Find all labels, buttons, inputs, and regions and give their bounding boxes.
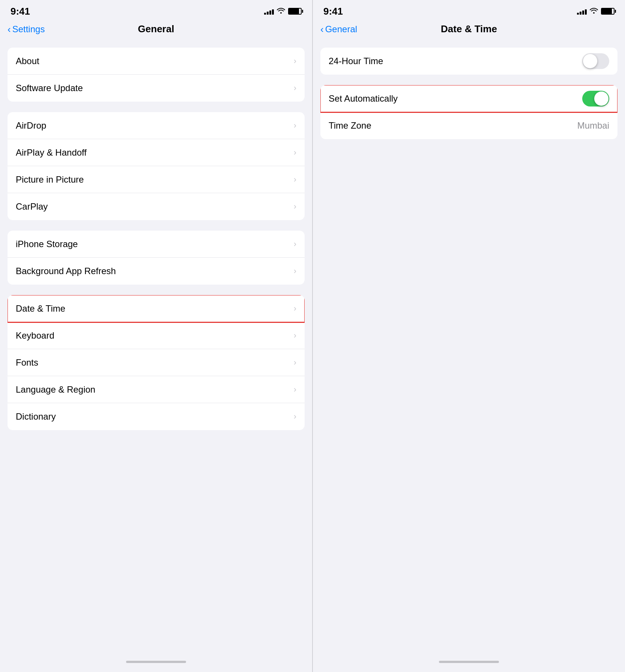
home-indicator-right <box>313 656 625 672</box>
row-24-hour-time[interactable]: 24-Hour Time <box>320 48 617 75</box>
row-date-time[interactable]: Date & Time › <box>8 295 305 322</box>
row-time-zone[interactable]: Time Zone Mumbai <box>320 112 617 139</box>
row-carplay[interactable]: CarPlay › <box>8 193 305 220</box>
chevron-language-region: › <box>294 385 296 394</box>
status-icons-left <box>264 8 302 15</box>
back-label-right: General <box>325 24 357 34</box>
row-iphone-storage[interactable]: iPhone Storage › <box>8 231 305 258</box>
row-software-update[interactable]: Software Update › <box>8 75 305 102</box>
section-4-left: Date & Time › Keyboard › Fonts › Languag… <box>8 295 305 430</box>
status-bar-right: 9:41 <box>313 0 625 20</box>
row-about[interactable]: About › <box>8 48 305 75</box>
chevron-dictionary: › <box>294 412 296 422</box>
battery-icon-left <box>288 8 302 15</box>
row-airdrop[interactable]: AirDrop › <box>8 112 305 139</box>
back-chevron-right: ‹ <box>320 24 324 34</box>
nav-title-left: General <box>138 23 174 35</box>
status-bar-left: 9:41 <box>0 0 312 20</box>
chevron-keyboard: › <box>294 331 296 340</box>
row-set-automatically[interactable]: Set Automatically <box>320 85 617 112</box>
left-screen: 9:41 ‹ Settings <box>0 0 312 672</box>
status-time-right: 9:41 <box>323 6 343 17</box>
chevron-airplay-handoff: › <box>294 148 296 158</box>
row-language-region[interactable]: Language & Region › <box>8 376 305 403</box>
section-2-right: Set Automatically Time Zone Mumbai <box>320 85 617 139</box>
chevron-picture-in-picture: › <box>294 175 296 184</box>
section-2-left: AirDrop › AirPlay & Handoff › Picture in… <box>8 112 305 220</box>
right-content: 24-Hour Time Set Automatically Tim <box>313 40 625 656</box>
row-fonts[interactable]: Fonts › <box>8 349 305 376</box>
wifi-icon-left <box>277 8 285 15</box>
row-background-app-refresh[interactable]: Background App Refresh › <box>8 258 305 285</box>
toggle-24-hour-time[interactable] <box>582 53 609 69</box>
nav-title-right: Date & Time <box>441 23 497 35</box>
back-chevron-left: ‹ <box>8 24 11 34</box>
chevron-airdrop: › <box>294 121 296 130</box>
chevron-background-app-refresh: › <box>294 266 296 276</box>
wifi-icon-right <box>590 8 598 15</box>
chevron-software-update: › <box>294 83 296 93</box>
left-content: About › Software Update › AirDrop › <box>0 40 312 656</box>
chevron-date-time: › <box>294 304 296 314</box>
right-screen: 9:41 ‹ General D <box>313 0 625 672</box>
section-1-left: About › Software Update › <box>8 48 305 102</box>
signal-icon-right <box>577 8 587 15</box>
row-picture-in-picture[interactable]: Picture in Picture › <box>8 166 305 193</box>
status-icons-right <box>577 8 614 15</box>
back-label-left: Settings <box>12 24 45 34</box>
nav-header-right: ‹ General Date & Time <box>313 20 625 40</box>
signal-icon-left <box>264 8 274 15</box>
section-3-left: iPhone Storage › Background App Refresh … <box>8 231 305 285</box>
chevron-iphone-storage: › <box>294 239 296 249</box>
home-indicator-left <box>0 656 312 672</box>
time-zone-value: Mumbai <box>577 120 609 131</box>
chevron-carplay: › <box>294 202 296 212</box>
row-dictionary[interactable]: Dictionary › <box>8 403 305 430</box>
row-keyboard[interactable]: Keyboard › <box>8 322 305 349</box>
nav-header-left: ‹ Settings General <box>0 20 312 40</box>
toggle-set-automatically[interactable] <box>582 91 609 106</box>
battery-icon-right <box>601 8 614 15</box>
chevron-fonts: › <box>294 358 296 368</box>
back-button-right[interactable]: ‹ General <box>320 24 357 34</box>
chevron-about: › <box>294 56 296 66</box>
row-airplay-handoff[interactable]: AirPlay & Handoff › <box>8 139 305 166</box>
status-time-left: 9:41 <box>11 6 30 17</box>
back-button-left[interactable]: ‹ Settings <box>8 24 45 34</box>
section-1-right: 24-Hour Time <box>320 48 617 75</box>
